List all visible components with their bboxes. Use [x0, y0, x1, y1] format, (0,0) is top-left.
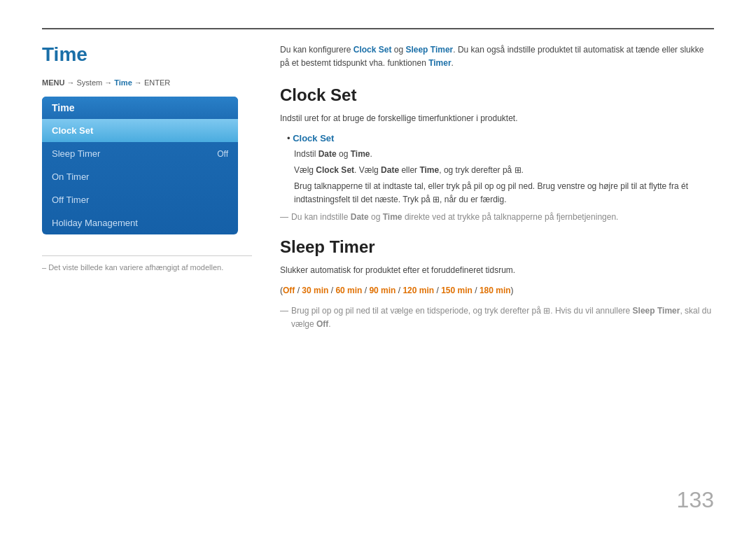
clock-set-note: Du kan indstille Date og Time direkte ve… [280, 211, 714, 224]
tv-menu-item-value: Off [217, 149, 228, 159]
right-column: Du kan konfigurere Clock Set og Sleep Ti… [280, 43, 714, 506]
page-number: 133 [677, 487, 714, 513]
tv-menu-item-clock-set[interactable]: Clock Set [42, 119, 238, 142]
clock-set-title: Clock Set [280, 85, 714, 105]
sleep-timer-description: Slukker automatisk for produktet efter e… [280, 264, 714, 277]
sleep-timer-title: Sleep Timer [280, 237, 714, 257]
clock-set-description: Indstil uret for at bruge de forskellige… [280, 112, 714, 125]
tv-menu-header: Time [42, 97, 238, 119]
tv-menu-item-label: On Timer [52, 171, 89, 182]
page-title: Time [42, 43, 252, 66]
tv-menu-item-label: Off Timer [52, 195, 89, 205]
tv-menu-item-label: Holiday Management [52, 218, 138, 228]
tv-menu-item-sleep-timer[interactable]: Sleep Timer Off [42, 142, 238, 165]
tv-menu-item-label: Sleep Timer [52, 148, 100, 159]
clock-set-subtext-3: Brug talknapperne til at indtaste tal, e… [294, 180, 714, 206]
sleep-timer-options: (Off / 30 min / 60 min / 90 min / 120 mi… [280, 284, 714, 297]
left-footer: – Det viste billede kan variere afhængig… [42, 255, 252, 272]
top-rule [42, 28, 714, 29]
footer-note: – Det viste billede kan variere afhængig… [42, 263, 223, 272]
tv-menu-item-on-timer[interactable]: On Timer [42, 165, 238, 188]
sleep-timer-note: Brug pil op og pil ned til at vælge en t… [280, 304, 714, 331]
tv-menu-item-off-timer[interactable]: Off Timer [42, 188, 238, 211]
clock-set-subtext-2: Vælg Clock Set. Vælg Date eller Time, og… [294, 164, 714, 177]
clock-set-section: Clock Set Indstil uret for at bruge de f… [280, 85, 714, 224]
intro-text: Du kan konfigurere Clock Set og Sleep Ti… [280, 43, 714, 70]
sleep-timer-section: Sleep Timer Slukker automatisk for produ… [280, 237, 714, 332]
left-column: Time MENU → System → Time → ENTER Time C… [42, 43, 252, 506]
menu-path: MENU → System → Time → ENTER [42, 78, 252, 87]
clock-set-subtext-1: Indstil Date og Time. [294, 148, 714, 161]
menu-path-text: MENU → System → Time → ENTER [42, 78, 170, 87]
tv-menu-item-holiday-management[interactable]: Holiday Management [42, 211, 238, 234]
clock-set-bullet: Clock Set [287, 133, 714, 143]
tv-menu: Time Clock Set Sleep Timer Off On Timer … [42, 97, 238, 234]
bullet-label: Clock Set [293, 133, 334, 143]
tv-menu-item-label: Clock Set [52, 125, 93, 136]
